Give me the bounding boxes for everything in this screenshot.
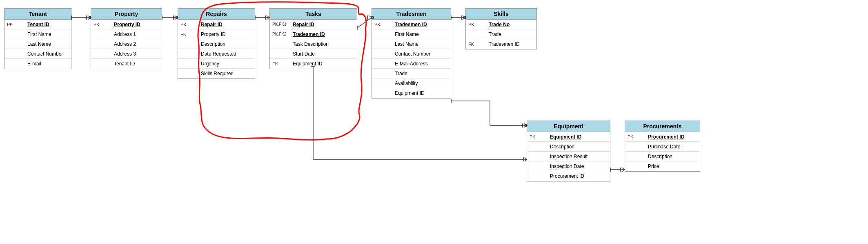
svg-line-36 xyxy=(524,125,527,128)
property-row-tenantid: Tenant ID xyxy=(91,59,162,69)
tenant-contact-field: Contact Number xyxy=(27,51,69,57)
svg-line-2 xyxy=(88,18,91,20)
procurements-desc-field: Description xyxy=(648,154,697,159)
tenant-row-firstname: First Name xyxy=(4,29,71,39)
tradesmen-contact-field: Contact Number xyxy=(395,51,448,57)
equipment-date-field: Inspection Date xyxy=(550,163,608,169)
svg-line-9 xyxy=(175,18,178,20)
tradesmen-avail-field: Availability xyxy=(395,81,448,86)
tasks-startdate-field: Start Date xyxy=(293,51,354,57)
property-table: Property PK Property ID Address 1 Addres… xyxy=(91,8,162,69)
property-row-addr2: Address 2 xyxy=(91,39,162,49)
property-table-header: Property xyxy=(91,9,162,20)
tenant-row-email: E-mail xyxy=(4,59,71,69)
property-row-addr3: Address 3 xyxy=(91,49,162,59)
skills-trade-field: Trade xyxy=(489,31,534,37)
repairs-urgency-field: Urgency xyxy=(201,61,252,67)
repairs-skills-field: Skills Required xyxy=(201,71,252,76)
equipment-procid-field: Procurement ID xyxy=(550,173,608,179)
property-addr2-field: Address 2 xyxy=(114,41,159,47)
procurements-price-field: Price xyxy=(648,163,697,169)
skills-row-tradesmenid: FK Tradesmen ID xyxy=(466,39,536,49)
svg-line-20 xyxy=(369,16,372,18)
tenant-table: Tenant PK Tenant ID First Name Last Name… xyxy=(4,8,71,69)
tenant-id-field: Tenant ID xyxy=(27,22,69,27)
svg-line-27 xyxy=(463,16,465,18)
tasks-row-startdate: Start Date xyxy=(270,49,357,59)
tradesmen-row-lastname: Last Name xyxy=(372,39,451,49)
svg-line-28 xyxy=(463,18,465,20)
property-row-id: PK Property ID xyxy=(91,20,162,29)
tradesmen-row-avail: Availability xyxy=(372,78,451,88)
tradesmen-row-email: E-Mail Address xyxy=(372,59,451,69)
tenant-email-field: E-mail xyxy=(27,61,69,67)
repairs-table: Repairs PK Repair ID FK Property ID Desc… xyxy=(178,8,255,79)
repairs-row-skills: Skills Required xyxy=(178,69,255,78)
procurements-row-desc: Description xyxy=(625,152,700,161)
repairs-date-field: Date Requested xyxy=(201,51,252,57)
skills-row-tradeno: PK Trade No xyxy=(466,20,536,29)
repairs-desc-field: Description xyxy=(201,41,252,47)
equipment-desc-field: Description xyxy=(550,144,608,150)
svg-line-17 xyxy=(357,18,372,28)
property-tenantid-field: Tenant ID xyxy=(114,61,159,67)
tradesmen-trade-field: Trade xyxy=(395,71,448,76)
svg-line-8 xyxy=(175,16,178,18)
tradesmen-email-field: E-Mail Address xyxy=(395,61,448,67)
repairs-id-field: Repair ID xyxy=(201,22,252,27)
procurements-pk-label: PK xyxy=(628,134,648,139)
tasks-fk-label: FK xyxy=(272,61,293,66)
tenant-table-header: Tenant xyxy=(4,9,71,20)
svg-line-47 xyxy=(622,170,625,172)
tasks-table-header: Tasks xyxy=(270,9,357,20)
tradesmen-equipid-field: Equipment ID xyxy=(395,90,448,96)
tasks-equipid-field: Equipment ID xyxy=(293,61,354,67)
procurements-table: Procurements PK Procurement ID Purchase … xyxy=(625,121,700,172)
skills-table-header: Skills xyxy=(466,9,536,20)
repairs-fk-label: FK xyxy=(180,32,201,37)
equipment-row-id: PK Equipment ID xyxy=(527,132,610,142)
diagram-canvas: Tenant PK Tenant ID First Name Last Name… xyxy=(0,0,868,244)
tasks-row-equipid: FK Equipment ID xyxy=(270,59,357,69)
svg-line-21 xyxy=(369,18,372,20)
tradesmen-row-contact: Contact Number xyxy=(372,49,451,59)
svg-line-46 xyxy=(622,168,625,170)
tradesmen-table: Tradesmen PK Tradesmen ID First Name Las… xyxy=(372,8,451,98)
tenant-pk-label: PK xyxy=(7,22,27,27)
equipment-id-field: Equipment ID xyxy=(550,134,608,140)
tradesmen-table-header: Tradesmen xyxy=(372,9,451,20)
tradesmen-id-field: Tradesmen ID xyxy=(395,22,448,27)
repairs-row-desc: Description xyxy=(178,39,255,49)
svg-line-35 xyxy=(524,123,527,125)
repairs-propid-field: Property ID xyxy=(201,31,252,37)
property-row-addr1: Address 1 xyxy=(91,29,162,39)
skills-table: Skills PK Trade No Trade FK Tradesmen ID xyxy=(465,8,537,49)
skills-tradeno-field: Trade No xyxy=(489,22,534,27)
property-pk-label: PK xyxy=(93,22,114,27)
property-id-field: Property ID xyxy=(114,22,159,27)
procurements-purchdate-field: Purchase Date xyxy=(648,144,697,150)
skills-row-trade: Trade xyxy=(466,29,536,39)
procurements-row-id: PK Procurement ID xyxy=(625,132,700,142)
skills-fk-label: FK xyxy=(468,42,489,47)
repairs-pk-label: PK xyxy=(180,22,201,27)
skills-pk-label: PK xyxy=(468,22,489,27)
tenant-row-contact: Contact Number xyxy=(4,49,71,59)
procurements-id-field: Procurement ID xyxy=(648,134,697,140)
tasks-row-taskdesc: Task Description xyxy=(270,39,357,49)
procurements-row-purchdate: Purchase Date xyxy=(625,142,700,152)
tradesmen-firstname-field: First Name xyxy=(395,31,448,37)
svg-line-15 xyxy=(267,18,269,20)
tradesmen-row-trade: Trade xyxy=(372,69,451,78)
svg-line-14 xyxy=(267,16,269,18)
svg-line-1 xyxy=(88,16,91,18)
property-addr3-field: Address 3 xyxy=(114,51,159,57)
tenant-firstname-field: First Name xyxy=(27,31,69,37)
equipment-row-desc: Description xyxy=(527,142,610,152)
tasks-repairid-field: Repair ID xyxy=(293,22,354,27)
tenant-lastname-field: Last Name xyxy=(27,41,69,47)
tenant-row-id: PK Tenant ID xyxy=(4,20,71,29)
tasks-row-repairid: PK,FK1 Repair ID xyxy=(270,20,357,29)
tasks-tradesmenid-field: Tradesmen ID xyxy=(293,31,354,37)
tradesmen-row-id: PK Tradesmen ID xyxy=(372,20,451,29)
